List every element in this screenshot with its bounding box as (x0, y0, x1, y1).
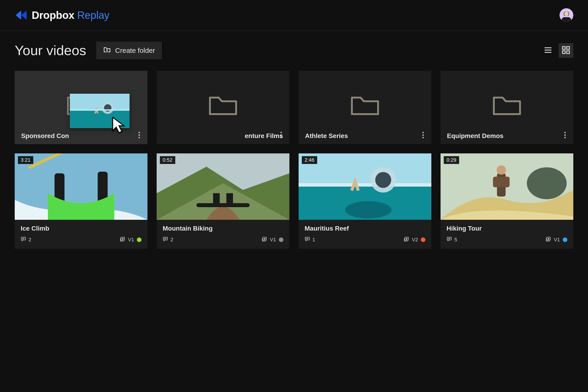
svg-point-10 (138, 132, 140, 133)
create-folder-label: Create folder (115, 46, 155, 54)
brand[interactable]: Dropbox Replay (15, 9, 109, 21)
svg-point-2 (564, 12, 568, 16)
svg-rect-7 (567, 46, 570, 49)
svg-point-21 (422, 132, 424, 133)
svg-point-45 (375, 172, 391, 188)
replay-logo-icon (15, 10, 28, 21)
view-toggle-group (541, 43, 573, 58)
folder-icon (21, 80, 141, 127)
status-dot (421, 238, 426, 242)
folder-name: Equipment Demos (447, 132, 567, 140)
comment-count: 2 (170, 237, 173, 243)
folder-icon (163, 80, 283, 127)
folder-icon (447, 80, 567, 127)
video-card[interactable]: 2:46 Mauritius Reef 1 V2 (298, 154, 431, 249)
svg-rect-54 (493, 176, 510, 187)
folder-name: Sponsored Con (21, 132, 141, 140)
svg-rect-35 (196, 203, 250, 207)
svg-point-51 (527, 168, 567, 199)
svg-rect-9 (567, 51, 570, 54)
more-button[interactable] (420, 131, 426, 140)
video-title: Mauritius Reef (298, 220, 431, 234)
svg-rect-6 (562, 46, 565, 49)
svg-point-12 (138, 137, 140, 138)
titlebar: Your videos Create folder (0, 30, 588, 65)
version-icon (120, 236, 125, 243)
more-button[interactable] (562, 131, 568, 140)
version-icon (546, 236, 551, 243)
svg-rect-43 (298, 183, 431, 186)
more-vertical-icon (280, 132, 282, 140)
version-icon (404, 236, 409, 243)
video-thumbnail: 0:29 (440, 154, 573, 220)
folder-name: Athlete Series (305, 132, 425, 140)
svg-point-25 (564, 134, 566, 136)
page-title: Your videos (15, 42, 86, 58)
svg-point-24 (564, 132, 566, 133)
video-thumbnail: 2:46 (298, 154, 431, 220)
folder-card[interactable]: Athlete Series (298, 71, 431, 144)
brand-text: Dropbox Replay (32, 9, 109, 21)
version-label: V1 (270, 237, 276, 243)
version-icon (262, 236, 267, 243)
folder-card[interactable]: Equipment Demos (440, 71, 573, 144)
comment-icon (21, 236, 26, 243)
video-card[interactable]: 3:21 Ice Climb 2 V1 (15, 154, 148, 249)
video-meta: 5 V1 (440, 234, 573, 249)
video-meta: 2 V1 (15, 234, 148, 249)
comment-icon (304, 236, 310, 243)
duration-badge: 2:46 (302, 156, 317, 164)
version-label: V2 (412, 237, 418, 243)
duration-badge: 3:21 (18, 156, 33, 164)
svg-point-19 (280, 134, 282, 136)
svg-rect-8 (562, 51, 565, 54)
svg-point-23 (422, 137, 424, 138)
svg-point-22 (422, 134, 424, 136)
duration-badge: 0:29 (444, 156, 459, 164)
version-label: V1 (128, 237, 134, 243)
more-vertical-icon (138, 132, 140, 140)
list-view-button[interactable] (541, 43, 556, 58)
comment-count: 5 (454, 237, 457, 243)
avatar[interactable] (560, 8, 573, 22)
folder-card[interactable]: enture Films (157, 71, 290, 144)
video-title: Ice Climb (15, 220, 148, 234)
content-grid: Sponsored Con (0, 65, 588, 262)
more-button[interactable] (136, 131, 142, 140)
video-card[interactable]: 0:52 Mountain Biking 2 V1 (157, 154, 290, 249)
status-dot (279, 238, 284, 242)
more-vertical-icon (422, 132, 424, 140)
comment-icon (446, 236, 452, 243)
svg-rect-37 (226, 193, 233, 206)
create-folder-button[interactable]: Create folder (96, 42, 162, 59)
folder-card[interactable]: Sponsored Con (15, 71, 148, 144)
svg-point-20 (280, 137, 282, 138)
grid-view-button[interactable] (558, 43, 573, 58)
svg-rect-36 (213, 193, 220, 206)
video-title: Hiking Tour (440, 220, 573, 234)
svg-rect-41 (298, 154, 431, 185)
svg-point-46 (345, 201, 392, 218)
comment-count: 2 (28, 237, 31, 243)
video-thumbnail: 3:21 (15, 154, 148, 220)
video-card[interactable]: 0:29 Hiking Tour 5 V1 (440, 154, 573, 249)
svg-rect-1 (562, 17, 572, 22)
list-icon (544, 46, 553, 55)
svg-point-26 (564, 137, 566, 138)
topbar: Dropbox Replay (0, 0, 588, 30)
folder-name: enture Films (163, 132, 283, 140)
status-dot (563, 238, 567, 242)
comment-count: 1 (312, 237, 315, 243)
grid-icon (561, 46, 570, 55)
status-dot (137, 238, 142, 242)
more-vertical-icon (564, 132, 566, 140)
folder-icon (305, 80, 425, 127)
svg-point-18 (280, 132, 282, 133)
folder-plus-icon (103, 46, 111, 55)
video-thumbnail: 0:52 (157, 154, 290, 220)
video-title: Mountain Biking (157, 220, 290, 234)
more-button[interactable] (278, 131, 284, 140)
svg-point-53 (496, 165, 506, 174)
video-meta: 2 V1 (157, 234, 290, 249)
video-meta: 1 V2 (298, 234, 431, 249)
